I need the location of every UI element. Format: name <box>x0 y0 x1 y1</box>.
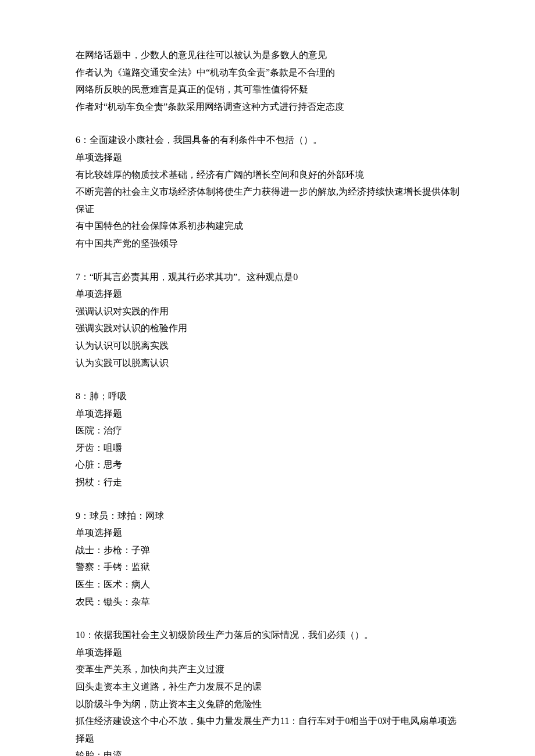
question-option: 医生：医术：病人 <box>76 576 459 593</box>
question-text: 全面建设小康社会，我国具备的有利条件中不包括（）。 <box>90 135 322 145</box>
question-option: 有中国共产党的坚强领导 <box>76 235 459 252</box>
question-option: 强调认识对实践的作用 <box>76 303 459 320</box>
question-option: 农民：锄头：杂草 <box>76 593 459 611</box>
question-text: 依据我国社会主义初级阶段生产力落后的实际情况，我们必须（）。 <box>94 630 373 640</box>
preamble-line: 作者认为《道路交通安全法》中“机动车负全责”条款是不合理的 <box>76 64 459 81</box>
question-stem: 8：肺；呼吸 <box>76 388 459 405</box>
question-option: 变革生产关系，加快向共产主义过渡 <box>76 661 459 678</box>
question-number: 6： <box>76 135 90 145</box>
question-type: 单项选择题 <box>76 285 459 303</box>
question-text: 球员：球拍：网球 <box>90 511 164 521</box>
question-number: 10： <box>76 630 94 640</box>
question-number: 9： <box>76 511 90 521</box>
question-type: 单项选择题 <box>76 524 459 542</box>
question-option: 轮胎：电流 <box>76 747 459 756</box>
question-type: 单项选择题 <box>76 644 459 661</box>
question-option: 有比较雄厚的物质技术基础，经济有广阔的增长空间和良好的外部环境 <box>76 166 459 184</box>
question-option: 拐杖：行走 <box>76 474 459 491</box>
preamble-block: 在网络话题中，少数人的意见往往可以被认为是多数人的意见 作者认为《道路交通安全法… <box>76 46 459 115</box>
question-stem: 6：全面建设小康社会，我国具备的有利条件中不包括（）。 <box>76 131 459 149</box>
question-option: 心脏：思考 <box>76 456 459 474</box>
question-8: 8：肺；呼吸 单项选择题 医院：治疗 牙齿：咀嚼 心脏：思考 拐杖：行走 <box>76 388 459 491</box>
question-type: 单项选择题 <box>76 405 459 422</box>
question-option: 牙齿：咀嚼 <box>76 439 459 457</box>
question-option: 抓住经济建设这个中心不放，集中力量发展生产力11：自行车对于0相当于0对于电风扇… <box>76 712 459 747</box>
question-6: 6：全面建设小康社会，我国具备的有利条件中不包括（）。 单项选择题 有比较雄厚的… <box>76 131 459 252</box>
question-option: 以阶级斗争为纲，防止资本主义兔辟的危险性 <box>76 696 459 713</box>
question-option: 医院：治疗 <box>76 422 459 439</box>
question-stem: 10：依据我国社会主义初级阶段生产力落后的实际情况，我们必须（）。 <box>76 626 459 644</box>
question-9: 9：球员：球拍：网球 单项选择题 战士：步枪：子弹 警察：手铐：监狱 医生：医术… <box>76 507 459 611</box>
preamble-line: 网络所反映的民意难言是真正的促销，其可靠性值得怀疑 <box>76 81 459 98</box>
question-stem: 9：球员：球拍：网球 <box>76 507 459 525</box>
question-option: 认为实践可以脱离认识 <box>76 354 459 372</box>
question-option: 回头走资本主义道路，补生产力发展不足的课 <box>76 678 459 696</box>
question-option: 强调实践对认识的检验作用 <box>76 320 459 337</box>
question-option: 警察：手铐：监狱 <box>76 558 459 576</box>
preamble-line: 在网络话题中，少数人的意见往往可以被认为是多数人的意见 <box>76 46 459 64</box>
preamble-line: 作者对“机动车负全责”条款采用网络调查这种方式进行持否定态度 <box>76 98 459 116</box>
question-option: 有中国特色的社会保障体系初步构建完成 <box>76 217 459 235</box>
question-option: 战士：步枪：子弹 <box>76 542 459 559</box>
question-type: 单项选择题 <box>76 149 459 166</box>
question-number: 8： <box>76 391 90 401</box>
question-number: 7： <box>76 272 90 282</box>
page: 在网络话题中，少数人的意见往往可以被认为是多数人的意见 作者认为《道路交通安全法… <box>0 0 535 756</box>
question-text: “听其言必责其用，观其行必求其功”。这种观点是0 <box>90 272 298 282</box>
question-option: 认为认识可以脱离实践 <box>76 337 459 354</box>
question-option: 不断完善的社会主义市场经济体制将使生产力获得进一步的解放,为经济持续快速增长提供… <box>76 183 459 217</box>
question-7: 7：“听其言必责其用，观其行必求其功”。这种观点是0 单项选择题 强调认识对实践… <box>76 268 459 372</box>
question-text: 肺；呼吸 <box>90 391 127 401</box>
question-10: 10：依据我国社会主义初级阶段生产力落后的实际情况，我们必须（）。 单项选择题 … <box>76 626 459 756</box>
question-stem: 7：“听其言必责其用，观其行必求其功”。这种观点是0 <box>76 268 459 286</box>
